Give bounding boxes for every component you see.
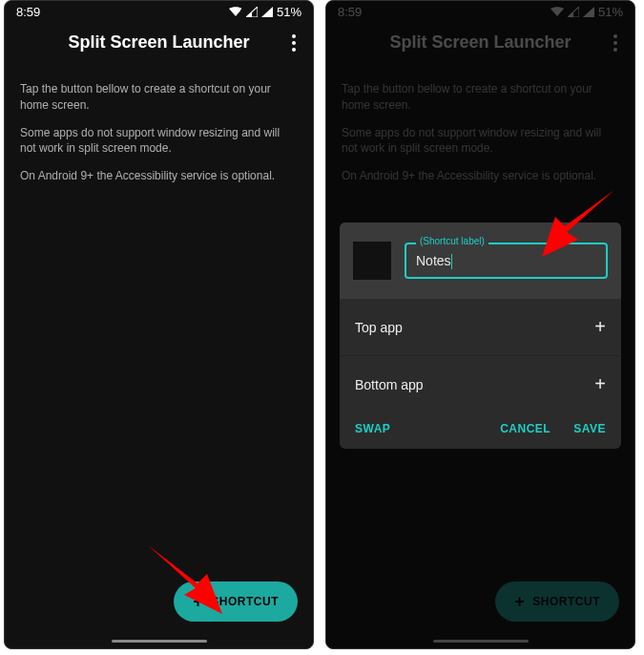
overflow-menu-icon[interactable] — [286, 29, 301, 57]
shortcut-fab[interactable]: + SHORTCUT — [174, 581, 298, 622]
fab-label: SHORTCUT — [532, 595, 600, 608]
create-shortcut-dialog: (Shortcut label) Notes Top app + Bottom … — [340, 222, 621, 449]
cancel-button[interactable]: CANCEL — [500, 422, 551, 435]
status-time: 8:59 — [338, 5, 362, 19]
plus-icon: + — [594, 316, 606, 338]
shortcut-label-field[interactable]: (Shortcut label) Notes — [405, 243, 608, 279]
phone-screen-left: 8:59 51% Split Screen Launcher Tap the b… — [4, 0, 314, 649]
row-label: Top app — [355, 320, 403, 335]
info-paragraph: Tap the button bellow to create a shortc… — [342, 81, 619, 114]
overflow-menu-icon[interactable] — [608, 29, 623, 57]
top-app-row[interactable]: Top app + — [340, 299, 621, 355]
phone-screen-right: 8:59 51% Split Screen Launcher Tap the b… — [325, 0, 635, 649]
info-paragraph: Tap the button bellow to create a shortc… — [20, 81, 298, 114]
app-bar: Split Screen Launcher — [5, 23, 313, 62]
save-button[interactable]: SAVE — [573, 422, 606, 435]
nav-handle[interactable] — [112, 640, 207, 643]
plus-icon: + — [594, 373, 606, 395]
dialog-actions: SWAP CANCEL SAVE — [340, 412, 621, 449]
app-title: Split Screen Launcher — [68, 32, 249, 53]
app-title: Split Screen Launcher — [389, 32, 571, 53]
fab-label: SHORTCUT — [211, 595, 279, 608]
nav-handle[interactable] — [433, 640, 529, 643]
info-paragraph: Some apps do not support window resizing… — [342, 125, 619, 158]
status-icons: 51% — [551, 5, 623, 19]
status-bar: 8:59 51% — [326, 1, 634, 23]
status-battery: 51% — [277, 5, 301, 19]
status-battery: 51% — [598, 5, 623, 19]
info-paragraph: On Android 9+ the Accessibility service … — [20, 168, 298, 184]
wifi-icon — [551, 7, 564, 17]
field-label: (Shortcut label) — [416, 236, 488, 246]
app-bar: Split Screen Launcher — [326, 23, 634, 62]
shortcut-fab[interactable]: + SHORTCUT — [495, 581, 619, 622]
status-icons: 51% — [229, 5, 301, 19]
swap-button[interactable]: SWAP — [355, 422, 390, 435]
row-label: Bottom app — [355, 377, 424, 392]
body-text: Tap the button bellow to create a shortc… — [5, 62, 313, 200]
signal-icon — [246, 7, 258, 17]
signal-icon-2 — [261, 7, 273, 17]
signal-icon-2 — [583, 7, 594, 17]
info-paragraph: Some apps do not support window resizing… — [20, 125, 298, 158]
shortcut-icon-placeholder[interactable] — [353, 242, 391, 280]
dialog-header: (Shortcut label) Notes — [340, 222, 621, 299]
shortcut-label-input[interactable]: Notes — [416, 253, 452, 268]
wifi-icon — [229, 7, 242, 17]
status-bar: 8:59 51% — [5, 1, 313, 23]
signal-icon — [568, 7, 579, 17]
status-time: 8:59 — [16, 5, 40, 19]
info-paragraph: On Android 9+ the Accessibility service … — [342, 168, 619, 184]
body-text: Tap the button bellow to create a shortc… — [326, 62, 634, 200]
bottom-app-row[interactable]: Bottom app + — [340, 356, 621, 412]
